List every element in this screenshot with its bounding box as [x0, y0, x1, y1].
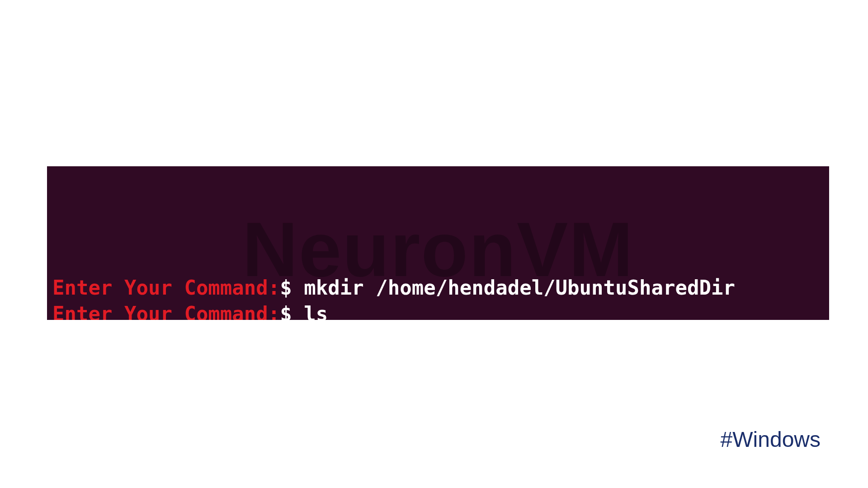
prompt-dollar: $ [280, 276, 292, 299]
terminal-content: Enter Your Command:$ mkdir /home/hendade… [52, 249, 824, 320]
terminal-window[interactable]: NeuronVM Enter Your Command:$ mkdir /hom… [47, 166, 829, 320]
command-text: mkdir /home/hendadel/UbuntuSharedDir [304, 276, 735, 299]
command-text: ls [304, 302, 328, 320]
prompt-text: Enter Your Command: [52, 302, 280, 320]
prompt-text: Enter Your Command: [52, 276, 280, 299]
hashtag-label: #Windows [721, 427, 821, 452]
prompt-dollar: $ [280, 302, 292, 320]
